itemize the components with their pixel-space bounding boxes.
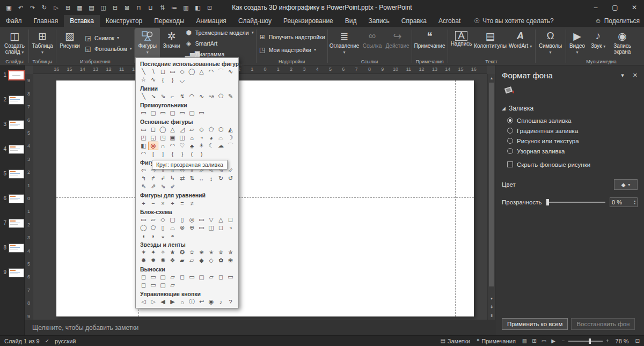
notes-pane[interactable]: Щелкните, чтобы добавить заметки bbox=[25, 320, 495, 335]
slide-thumbnail-item-1[interactable]: 1 bbox=[0, 69, 24, 93]
tab-Файл[interactable]: Файл bbox=[0, 15, 28, 27]
shape-item[interactable]: ♡ bbox=[178, 142, 187, 150]
guide-horizontal[interactable] bbox=[56, 197, 474, 198]
shape-item[interactable]: ▭ bbox=[139, 216, 148, 224]
shape-item[interactable]: ▷ bbox=[149, 298, 158, 306]
shape-item[interactable]: ⇘ bbox=[158, 183, 167, 190]
fill-bucket-icon[interactable] bbox=[502, 83, 518, 97]
reset-background-button[interactable]: Восстановить фон bbox=[571, 318, 635, 330]
shape-item[interactable]: ⇙ bbox=[168, 183, 177, 190]
tab-Анимация[interactable]: Анимация bbox=[191, 15, 232, 27]
sorter-view-icon[interactable]: ⊞ bbox=[532, 338, 536, 344]
panel-close-icon[interactable]: ✕ bbox=[633, 72, 638, 79]
symbols-button[interactable]: Ω Символы ▾ bbox=[536, 28, 565, 58]
layout-icon[interactable]: ▦ bbox=[74, 2, 85, 13]
shape-item[interactable]: ✧ bbox=[158, 249, 167, 256]
shape-item[interactable]: ▢ bbox=[168, 216, 177, 224]
shape-item[interactable]: ◔ bbox=[197, 134, 206, 142]
shape-item[interactable]: ☾ bbox=[207, 142, 216, 150]
slide-thumbnail-item-8[interactable]: 8 bbox=[0, 241, 24, 266]
shape-item[interactable]: ▣ bbox=[168, 134, 177, 142]
shape-item[interactable]: ◰ bbox=[139, 134, 148, 142]
shape-item[interactable]: ↘ bbox=[149, 93, 158, 100]
shape-item[interactable]: ⌂ bbox=[178, 298, 187, 306]
shape-item[interactable]: ▰ bbox=[178, 257, 187, 264]
shape-item[interactable]: ◠ bbox=[168, 142, 177, 150]
scroll-up-icon[interactable]: ▴ bbox=[488, 74, 495, 82]
shape-item[interactable]: ✺ bbox=[158, 257, 167, 264]
zoom-out-icon[interactable]: − bbox=[562, 338, 565, 344]
shape-item[interactable]: ▱ bbox=[149, 216, 158, 224]
slider-thumb[interactable] bbox=[546, 199, 549, 205]
shape-item[interactable]: ↰ bbox=[139, 175, 148, 182]
shape-item[interactable]: ▱ bbox=[207, 274, 216, 281]
shape-item[interactable]: ❀ bbox=[226, 257, 235, 264]
shape-item[interactable]: ▱ bbox=[187, 257, 196, 264]
shape-item[interactable]: [ bbox=[149, 150, 158, 158]
shape-item[interactable]: ⌂ bbox=[187, 134, 196, 142]
shape-item[interactable]: − bbox=[149, 200, 158, 207]
shape-item[interactable]: ↲ bbox=[158, 175, 167, 182]
shape-item[interactable]: ◖ bbox=[139, 232, 148, 240]
slide-thumbnail-item-3[interactable]: 3 bbox=[0, 118, 24, 143]
radio-icon[interactable] bbox=[507, 128, 513, 134]
shape-item[interactable]: ▭ bbox=[149, 282, 158, 289]
shape-item[interactable]: ⇦ bbox=[139, 167, 148, 174]
shape-item[interactable]: ◫ bbox=[178, 134, 187, 142]
shape-item[interactable]: ▭ bbox=[178, 109, 187, 117]
radio-icon[interactable] bbox=[507, 117, 513, 123]
shape-item[interactable]: ✯ bbox=[226, 249, 235, 256]
shape-item[interactable]: ↳ bbox=[168, 175, 177, 182]
screenshot-button[interactable]: ◲ Снимок ▾ bbox=[83, 33, 134, 42]
scrollbar-thumb[interactable] bbox=[489, 83, 494, 286]
screen-record-button[interactable]: ◉ Запись экрана bbox=[609, 28, 636, 58]
action-button[interactable]: ↪ Действие bbox=[384, 28, 411, 58]
tab-Acrobat[interactable]: Acrobat bbox=[433, 15, 466, 27]
shape-item[interactable]: ⌒ bbox=[216, 68, 225, 76]
shape-item[interactable]: ⇅ bbox=[187, 175, 196, 182]
spin-steppers[interactable]: ▴▾ bbox=[634, 200, 635, 205]
shapes-button[interactable]: Фигуры ▾ bbox=[135, 28, 160, 58]
shape-item[interactable]: ⊗ bbox=[178, 224, 187, 232]
slide-thumbnail[interactable] bbox=[9, 194, 24, 203]
shape-item[interactable]: ◡ bbox=[178, 76, 187, 84]
slide[interactable] bbox=[56, 80, 474, 316]
shape-item[interactable]: ◔ bbox=[226, 224, 235, 232]
slide-thumbnail-item-6[interactable]: 6 bbox=[0, 192, 24, 217]
chart-icon[interactable]: ▥ bbox=[180, 2, 192, 13]
shape-item[interactable]: ▭ bbox=[168, 68, 177, 76]
shape-item[interactable]: ∿ bbox=[197, 93, 206, 100]
slide-thumbnail[interactable] bbox=[9, 71, 24, 80]
shape-item[interactable]: ◀ bbox=[158, 298, 167, 306]
shape-item[interactable]: △ bbox=[197, 68, 206, 76]
shape-item[interactable]: ◻ bbox=[139, 282, 148, 289]
zoom-level[interactable]: 78 % bbox=[616, 338, 629, 344]
shape-item[interactable]: ▶ bbox=[168, 298, 177, 306]
align-top-icon[interactable]: ⊓ bbox=[133, 2, 144, 13]
shape-item[interactable]: ⬠ bbox=[149, 224, 158, 232]
fill-option[interactable]: Узорная заливка bbox=[507, 146, 638, 156]
shape-item[interactable]: ≠ bbox=[187, 200, 196, 207]
slide-thumbnail-item-9[interactable]: 9 bbox=[0, 266, 24, 291]
shape-item[interactable]: ▢ bbox=[158, 282, 167, 289]
shape-item[interactable]: ♣ bbox=[187, 142, 196, 150]
slide-thumbnail[interactable] bbox=[9, 145, 24, 154]
shape-item[interactable]: ⌓ bbox=[216, 134, 225, 142]
radio-icon[interactable] bbox=[507, 138, 513, 144]
shape-item[interactable]: ↕ bbox=[207, 175, 216, 182]
shape-item[interactable]: ▱ bbox=[187, 126, 196, 134]
shape-item[interactable]: ◻ bbox=[158, 68, 167, 76]
slide-thumbnail-item-7[interactable]: 7 bbox=[0, 217, 24, 241]
shape-item[interactable]: = bbox=[178, 200, 187, 207]
video-button[interactable]: ▶ Видео ▾ bbox=[567, 28, 588, 58]
checkbox-icon[interactable] bbox=[507, 161, 513, 167]
grid-icon[interactable]: ⊡ bbox=[204, 2, 215, 13]
shape-item[interactable]: ▢ bbox=[187, 109, 196, 117]
shape-item[interactable]: ▭ bbox=[197, 109, 206, 117]
shape-item[interactable]: ⇘ bbox=[158, 93, 167, 100]
shape-item[interactable]: ◁ bbox=[139, 298, 148, 306]
tab-Рецензирование[interactable]: Рецензирование bbox=[277, 15, 339, 27]
shape-item[interactable]: ◯ bbox=[187, 68, 196, 76]
fill-option[interactable]: Рисунок или текстура bbox=[507, 136, 638, 146]
photo-album-button[interactable]: ◱ Фотоальбом ▾ bbox=[83, 44, 134, 53]
